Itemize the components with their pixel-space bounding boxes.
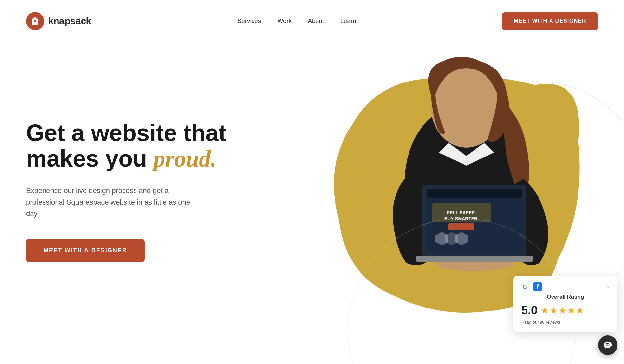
chat-bubble-button[interactable] <box>598 335 618 355</box>
reviews-link[interactable]: Read our 96 reviews <box>521 320 560 325</box>
hero-heading-accent: proud. <box>153 146 216 172</box>
header-cta-button[interactable]: MEET WITH A DESIGNER <box>502 12 598 30</box>
nav-services[interactable]: Services <box>238 18 261 25</box>
rating-number: 5.0 <box>521 304 538 317</box>
hero-heading-line1: Get a website that <box>26 120 226 146</box>
site-header: knapsack Services Work About Learn MEET … <box>0 0 624 42</box>
hero-content: Get a website that makes you proud. Expe… <box>26 62 247 262</box>
logo-icon <box>26 12 44 30</box>
hero-heading-line2: makes you <box>26 145 153 171</box>
review-platform-logos: G f <box>521 282 542 291</box>
nav-work[interactable]: Work <box>277 18 292 25</box>
rating-row: 5.0 ★ ★ ★ ★ ★ <box>521 304 610 317</box>
google-logo: G <box>521 282 530 291</box>
main-nav: Services Work About Learn <box>238 18 356 25</box>
svg-rect-6 <box>427 189 522 198</box>
chat-icon <box>603 340 613 350</box>
knapsack-icon <box>30 16 40 26</box>
star-4: ★ <box>567 305 575 316</box>
nav-about[interactable]: About <box>308 18 324 25</box>
star-1: ★ <box>541 305 549 316</box>
hero-visual: SELL SAFER. BUY SMARTER. G f <box>266 42 624 364</box>
reviews-close-button[interactable]: × <box>606 283 610 290</box>
logo[interactable]: knapsack <box>26 12 91 30</box>
reviews-widget: G f × Overall Rating 5.0 ★ ★ ★ ★ ★ Read … <box>514 276 618 332</box>
star-rating: ★ ★ ★ ★ ★ <box>541 305 584 316</box>
overall-rating-label: Overall Rating <box>521 294 610 300</box>
star-5: ★ <box>576 305 584 316</box>
hero-subtext: Experience our live design process and g… <box>26 185 205 219</box>
svg-text:G: G <box>523 284 527 290</box>
reviews-widget-top: G f × <box>521 282 610 291</box>
hero-cta-button[interactable]: MEET WITH A DESIGNER <box>26 239 145 262</box>
hero-section: Get a website that makes you proud. Expe… <box>0 42 624 364</box>
hero-heading: Get a website that makes you proud. <box>26 120 247 172</box>
logo-text: knapsack <box>48 16 91 27</box>
svg-text:SELL SAFER.: SELL SAFER. <box>447 210 476 215</box>
star-2: ★ <box>550 305 558 316</box>
star-3: ★ <box>558 305 566 316</box>
facebook-logo: f <box>533 282 542 291</box>
nav-learn[interactable]: Learn <box>340 18 356 25</box>
